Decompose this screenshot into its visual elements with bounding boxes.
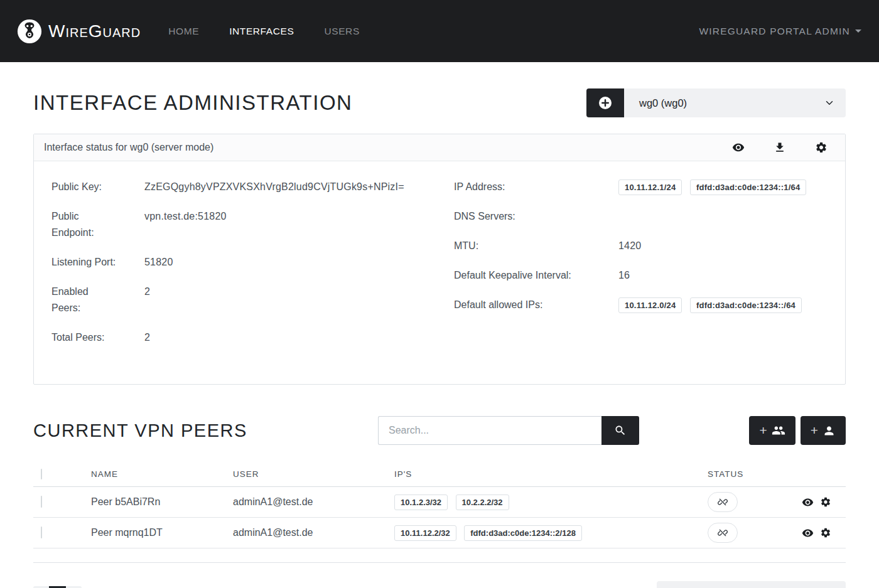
interface-select[interactable]: wg0 (wg0) bbox=[624, 88, 846, 117]
interface-select-value: wg0 (wg0) bbox=[639, 97, 824, 109]
brand-text: WireGuard bbox=[48, 21, 141, 41]
user-menu-label: WIREGUARD PORTAL ADMIN bbox=[699, 26, 850, 37]
search-button[interactable] bbox=[601, 416, 639, 445]
peer-settings-button[interactable] bbox=[820, 496, 831, 508]
link-slash-icon bbox=[718, 497, 728, 507]
nav-link-interfaces[interactable]: INTERFACES bbox=[229, 26, 294, 37]
plus-circle-icon bbox=[598, 95, 613, 110]
peer-name: Peer b5ABi7Rn bbox=[91, 496, 233, 508]
add-interface-button[interactable] bbox=[586, 88, 624, 117]
user-icon bbox=[822, 424, 836, 437]
peer-name: Peer mqrnq1DT bbox=[91, 527, 233, 538]
chevron-down-icon bbox=[824, 97, 835, 109]
table-row: Peer mqrnq1DT adminA1@test.de 10.11.12.2… bbox=[33, 518, 846, 548]
user-menu-dropdown[interactable]: WIREGUARD PORTAL ADMIN bbox=[699, 26, 861, 37]
nav-link-home[interactable]: HOME bbox=[168, 26, 199, 37]
page-title: INTERFACE ADMINISTRATION bbox=[33, 91, 352, 115]
view-peer-button[interactable] bbox=[802, 527, 814, 539]
detail-dns-servers: DNS Servers: bbox=[454, 208, 828, 225]
ip-badge: 10.1.2.3/32 bbox=[394, 494, 448, 510]
column-header-user: USER bbox=[233, 469, 394, 479]
search-input[interactable] bbox=[378, 416, 601, 445]
peers-table: NAME USER IP'S STATUS Peer b5ABi7Rn admi… bbox=[33, 462, 846, 563]
add-multiple-peers-button[interactable]: + bbox=[749, 416, 795, 445]
view-config-button[interactable] bbox=[732, 141, 745, 154]
eye-icon bbox=[802, 527, 814, 539]
top-navbar: WireGuard HOME INTERFACES USERS WIREGUAR… bbox=[0, 0, 879, 62]
peer-add-buttons: + + bbox=[749, 416, 846, 445]
view-peer-button[interactable] bbox=[802, 496, 814, 508]
ip-badge: fdfd:d3ad:c0de:1234::/64 bbox=[690, 297, 802, 313]
table-header-row: NAME USER IP'S STATUS bbox=[33, 462, 846, 487]
column-header-name: NAME bbox=[91, 469, 233, 479]
ip-badge: 10.11.12.2/32 bbox=[394, 525, 456, 541]
ip-badge: fdfd:d3ad:c0de:1234::2/128 bbox=[464, 525, 582, 541]
detail-enabled-peers: Enabled Peers: 2 bbox=[51, 284, 425, 316]
eye-icon bbox=[802, 496, 814, 508]
interface-details-left: Public Key: ZzEGQgyh8yVPZXVKSXhVrgB2lud9… bbox=[51, 179, 425, 359]
wireguard-brand[interactable]: WireGuard bbox=[17, 19, 141, 44]
nav-link-users[interactable]: USERS bbox=[324, 26, 359, 37]
gear-icon bbox=[820, 527, 831, 538]
plus-icon: + bbox=[811, 423, 818, 438]
users-icon bbox=[772, 424, 785, 437]
peer-user: adminA1@test.de bbox=[233, 496, 394, 508]
plus-icon: + bbox=[759, 423, 767, 438]
ip-badge: 10.11.12.0/24 bbox=[618, 297, 682, 313]
peer-search-group bbox=[378, 416, 639, 445]
add-peer-button[interactable]: + bbox=[801, 416, 846, 445]
elements-per-page-group: Number of Elements: 10 bbox=[539, 581, 846, 588]
interface-status-title: Interface status for wg0 (server mode) bbox=[44, 142, 213, 153]
wireguard-logo-icon bbox=[17, 19, 42, 44]
detail-public-key: Public Key: ZzEGQgyh8yVPZXVKSXhVrgB2lud9… bbox=[51, 179, 425, 195]
interface-selector-group: wg0 (wg0) bbox=[586, 88, 846, 117]
row-checkbox[interactable] bbox=[41, 527, 42, 538]
elements-per-page-select[interactable]: 10 bbox=[657, 581, 846, 588]
detail-mtu: MTU: 1420 bbox=[454, 238, 828, 254]
download-config-button[interactable] bbox=[774, 141, 786, 154]
ip-badge: 10.11.12.1/24 bbox=[618, 179, 682, 195]
column-header-status: STATUS bbox=[708, 469, 802, 479]
caret-down-icon bbox=[855, 29, 861, 33]
interface-details-right: IP Address: 10.11.12.1/24 fdfd:d3ad:c0de… bbox=[454, 179, 828, 359]
status-badge bbox=[708, 492, 738, 512]
table-row: Peer b5ABi7Rn adminA1@test.de 10.1.2.3/3… bbox=[33, 487, 846, 518]
status-badge bbox=[708, 523, 738, 543]
row-checkbox[interactable] bbox=[41, 496, 42, 508]
ip-badge: fdfd:d3ad:c0de:1234::1/64 bbox=[690, 179, 806, 195]
ip-badge: 10.2.2.2/32 bbox=[456, 494, 509, 510]
select-all-checkbox[interactable] bbox=[41, 469, 42, 479]
column-header-ips: IP'S bbox=[394, 469, 708, 479]
detail-listening-port: Listening Port: 51820 bbox=[51, 254, 425, 270]
link-slash-icon bbox=[718, 528, 728, 538]
gear-icon bbox=[815, 141, 828, 154]
eye-icon bbox=[732, 141, 745, 154]
search-icon bbox=[614, 424, 627, 437]
gear-icon bbox=[820, 496, 831, 508]
download-icon bbox=[774, 141, 786, 154]
detail-keepalive: Default Keepalive Interval: 16 bbox=[454, 267, 828, 284]
nav-links: HOME INTERFACES USERS bbox=[168, 26, 360, 37]
interface-settings-button[interactable] bbox=[815, 141, 828, 154]
detail-allowed-ips: Default allowed IPs: 10.11.12.0/24 fdfd:… bbox=[454, 297, 828, 313]
table-bottom-divider bbox=[33, 562, 846, 563]
detail-total-peers: Total Peers: 2 bbox=[51, 329, 425, 346]
peers-section-title: CURRENT VPN PEERS bbox=[33, 420, 378, 441]
peer-user: adminA1@test.de bbox=[233, 527, 394, 538]
detail-public-endpoint: Public Endpoint: vpn.test.de:51820 bbox=[51, 208, 425, 241]
interface-status-card: Interface status for wg0 (server mode) bbox=[33, 134, 846, 385]
peer-settings-button[interactable] bbox=[820, 527, 831, 538]
detail-ip-address: IP Address: 10.11.12.1/24 fdfd:d3ad:c0de… bbox=[454, 179, 828, 195]
